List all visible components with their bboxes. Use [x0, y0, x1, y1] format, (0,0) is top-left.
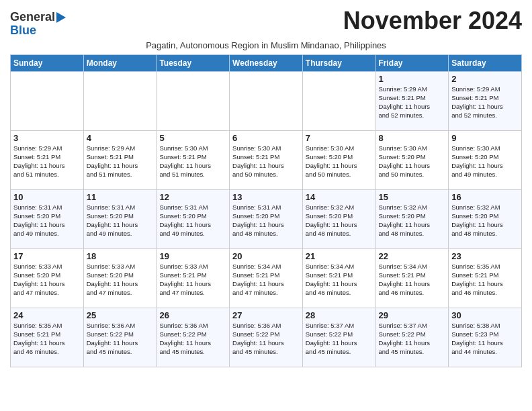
- day-info: Sunrise: 5:30 AM Sunset: 5:20 PM Dayligh…: [451, 144, 519, 179]
- day-info: Sunrise: 5:35 AM Sunset: 5:21 PM Dayligh…: [13, 321, 81, 357]
- page-header: General Blue November 2024: [10, 7, 522, 38]
- day-cell: 22Sunrise: 5:34 AM Sunset: 5:21 PM Dayli…: [375, 248, 449, 308]
- day-info: Sunrise: 5:38 AM Sunset: 5:23 PM Dayligh…: [451, 321, 519, 357]
- day-number: 13: [232, 192, 300, 202]
- day-info: Sunrise: 5:33 AM Sunset: 5:20 PM Dayligh…: [13, 262, 81, 298]
- day-info: Sunrise: 5:31 AM Sunset: 5:20 PM Dayligh…: [232, 203, 300, 238]
- day-info: Sunrise: 5:33 AM Sunset: 5:20 PM Dayligh…: [87, 262, 154, 298]
- day-info: Sunrise: 5:36 AM Sunset: 5:22 PM Dayligh…: [159, 321, 226, 357]
- logo: General Blue: [10, 11, 66, 38]
- header-friday: Friday: [375, 54, 449, 71]
- day-info: Sunrise: 5:34 AM Sunset: 5:21 PM Dayligh…: [306, 262, 373, 298]
- day-number: 27: [232, 310, 300, 320]
- day-number: 19: [159, 251, 226, 261]
- header-row: SundayMondayTuesdayWednesdayThursdayFrid…: [11, 54, 522, 71]
- day-info: Sunrise: 5:37 AM Sunset: 5:22 PM Dayligh…: [306, 321, 373, 357]
- day-cell: [157, 71, 230, 130]
- day-info: Sunrise: 5:31 AM Sunset: 5:20 PM Dayligh…: [13, 203, 81, 238]
- day-number: 10: [13, 192, 81, 202]
- header-monday: Monday: [83, 54, 157, 71]
- day-number: 5: [159, 133, 226, 143]
- day-number: 11: [87, 192, 154, 202]
- day-info: Sunrise: 5:36 AM Sunset: 5:22 PM Dayligh…: [232, 321, 300, 357]
- day-cell: 19Sunrise: 5:33 AM Sunset: 5:21 PM Dayli…: [157, 248, 230, 308]
- day-cell: 1Sunrise: 5:29 AM Sunset: 5:21 PM Daylig…: [375, 71, 449, 130]
- day-info: Sunrise: 5:30 AM Sunset: 5:21 PM Dayligh…: [232, 144, 300, 179]
- day-cell: 25Sunrise: 5:36 AM Sunset: 5:22 PM Dayli…: [83, 308, 157, 367]
- day-cell: [83, 71, 157, 130]
- day-info: Sunrise: 5:32 AM Sunset: 5:20 PM Dayligh…: [451, 203, 519, 238]
- day-number: 18: [87, 251, 154, 261]
- day-number: 17: [13, 251, 81, 261]
- day-info: Sunrise: 5:29 AM Sunset: 5:21 PM Dayligh…: [87, 144, 154, 179]
- day-number: 16: [451, 192, 519, 202]
- day-number: 28: [306, 310, 373, 320]
- day-cell: 21Sunrise: 5:34 AM Sunset: 5:21 PM Dayli…: [302, 248, 375, 308]
- day-info: Sunrise: 5:37 AM Sunset: 5:22 PM Dayligh…: [379, 321, 446, 357]
- day-cell: 20Sunrise: 5:34 AM Sunset: 5:21 PM Dayli…: [230, 248, 303, 308]
- day-info: Sunrise: 5:33 AM Sunset: 5:21 PM Dayligh…: [159, 262, 226, 298]
- calendar-header: SundayMondayTuesdayWednesdayThursdayFrid…: [11, 54, 522, 71]
- day-cell: [302, 71, 375, 130]
- day-cell: 7Sunrise: 5:30 AM Sunset: 5:20 PM Daylig…: [302, 130, 375, 189]
- day-number: 8: [379, 133, 446, 143]
- day-number: 23: [451, 251, 519, 261]
- day-info: Sunrise: 5:31 AM Sunset: 5:20 PM Dayligh…: [159, 203, 226, 238]
- day-cell: 23Sunrise: 5:35 AM Sunset: 5:21 PM Dayli…: [449, 248, 522, 308]
- week-row-3: 17Sunrise: 5:33 AM Sunset: 5:20 PM Dayli…: [11, 248, 522, 308]
- day-cell: 2Sunrise: 5:29 AM Sunset: 5:21 PM Daylig…: [449, 71, 522, 130]
- day-cell: 10Sunrise: 5:31 AM Sunset: 5:20 PM Dayli…: [11, 189, 84, 248]
- day-cell: 29Sunrise: 5:37 AM Sunset: 5:22 PM Dayli…: [375, 308, 449, 367]
- day-cell: 6Sunrise: 5:30 AM Sunset: 5:21 PM Daylig…: [230, 130, 303, 189]
- day-cell: 24Sunrise: 5:35 AM Sunset: 5:21 PM Dayli…: [11, 308, 84, 367]
- day-number: 26: [159, 310, 226, 320]
- day-number: 21: [306, 251, 373, 261]
- header-sunday: Sunday: [11, 54, 84, 71]
- day-number: 3: [13, 133, 81, 143]
- day-cell: 30Sunrise: 5:38 AM Sunset: 5:23 PM Dayli…: [449, 308, 522, 367]
- day-number: 24: [13, 310, 81, 320]
- week-row-0: 1Sunrise: 5:29 AM Sunset: 5:21 PM Daylig…: [11, 71, 522, 130]
- logo-blue: Blue: [10, 24, 36, 38]
- day-number: 7: [306, 133, 373, 143]
- day-number: 25: [87, 310, 154, 320]
- week-row-2: 10Sunrise: 5:31 AM Sunset: 5:20 PM Dayli…: [11, 189, 522, 248]
- day-cell: 15Sunrise: 5:32 AM Sunset: 5:20 PM Dayli…: [375, 189, 449, 248]
- day-cell: 11Sunrise: 5:31 AM Sunset: 5:20 PM Dayli…: [83, 189, 157, 248]
- day-cell: [11, 71, 84, 130]
- day-cell: [230, 71, 303, 130]
- day-info: Sunrise: 5:32 AM Sunset: 5:20 PM Dayligh…: [379, 203, 446, 238]
- header-wednesday: Wednesday: [230, 54, 303, 71]
- header-tuesday: Tuesday: [157, 54, 230, 71]
- calendar-table: SundayMondayTuesdayWednesdayThursdayFrid…: [10, 54, 522, 367]
- day-info: Sunrise: 5:30 AM Sunset: 5:20 PM Dayligh…: [379, 144, 446, 179]
- day-cell: 13Sunrise: 5:31 AM Sunset: 5:20 PM Dayli…: [230, 189, 303, 248]
- day-info: Sunrise: 5:29 AM Sunset: 5:21 PM Dayligh…: [451, 85, 519, 120]
- day-cell: 14Sunrise: 5:32 AM Sunset: 5:20 PM Dayli…: [302, 189, 375, 248]
- day-info: Sunrise: 5:29 AM Sunset: 5:21 PM Dayligh…: [13, 144, 81, 179]
- day-info: Sunrise: 5:34 AM Sunset: 5:21 PM Dayligh…: [379, 262, 446, 298]
- page-subtitle: Pagatin, Autonomous Region in Muslim Min…: [10, 40, 522, 50]
- day-info: Sunrise: 5:30 AM Sunset: 5:21 PM Dayligh…: [159, 144, 226, 179]
- day-number: 9: [451, 133, 519, 143]
- day-info: Sunrise: 5:35 AM Sunset: 5:21 PM Dayligh…: [451, 262, 519, 298]
- day-number: 29: [379, 310, 446, 320]
- month-title: November 2024: [343, 7, 522, 35]
- day-cell: 17Sunrise: 5:33 AM Sunset: 5:20 PM Dayli…: [11, 248, 84, 308]
- calendar-body: 1Sunrise: 5:29 AM Sunset: 5:21 PM Daylig…: [11, 71, 522, 367]
- header-thursday: Thursday: [302, 54, 375, 71]
- logo-arrow-icon: [56, 12, 66, 23]
- day-number: 14: [306, 192, 373, 202]
- day-info: Sunrise: 5:34 AM Sunset: 5:21 PM Dayligh…: [232, 262, 300, 298]
- day-info: Sunrise: 5:30 AM Sunset: 5:20 PM Dayligh…: [306, 144, 373, 179]
- day-number: 22: [379, 251, 446, 261]
- day-number: 30: [451, 310, 519, 320]
- day-cell: 4Sunrise: 5:29 AM Sunset: 5:21 PM Daylig…: [83, 130, 157, 189]
- day-cell: 26Sunrise: 5:36 AM Sunset: 5:22 PM Dayli…: [157, 308, 230, 367]
- week-row-1: 3Sunrise: 5:29 AM Sunset: 5:21 PM Daylig…: [11, 130, 522, 189]
- day-cell: 12Sunrise: 5:31 AM Sunset: 5:20 PM Dayli…: [157, 189, 230, 248]
- day-number: 2: [451, 74, 519, 84]
- day-number: 20: [232, 251, 300, 261]
- day-number: 1: [379, 74, 446, 84]
- day-info: Sunrise: 5:32 AM Sunset: 5:20 PM Dayligh…: [306, 203, 373, 238]
